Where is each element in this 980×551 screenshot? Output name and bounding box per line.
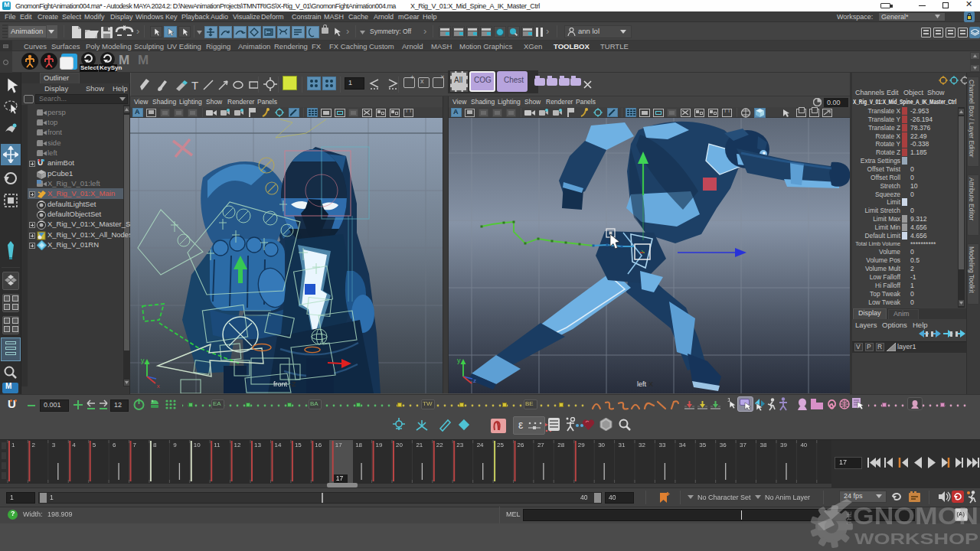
svg-text:-Z: -Z [289,380,296,388]
svg-text:x: x [157,383,160,390]
svg-text:left: left [637,380,647,388]
svg-text:y: y [457,357,461,364]
svg-text:z: z [473,377,476,384]
svg-text:THE: THE [845,511,853,524]
svg-text:GNOMON: GNOMON [853,503,978,530]
svg-text:T: T [191,79,198,92]
svg-text:y: y [141,357,145,364]
svg-text:WORKSHOP: WORKSHOP [854,530,978,547]
svg-text:X: X [648,380,653,388]
svg-text:front: front [273,380,288,388]
